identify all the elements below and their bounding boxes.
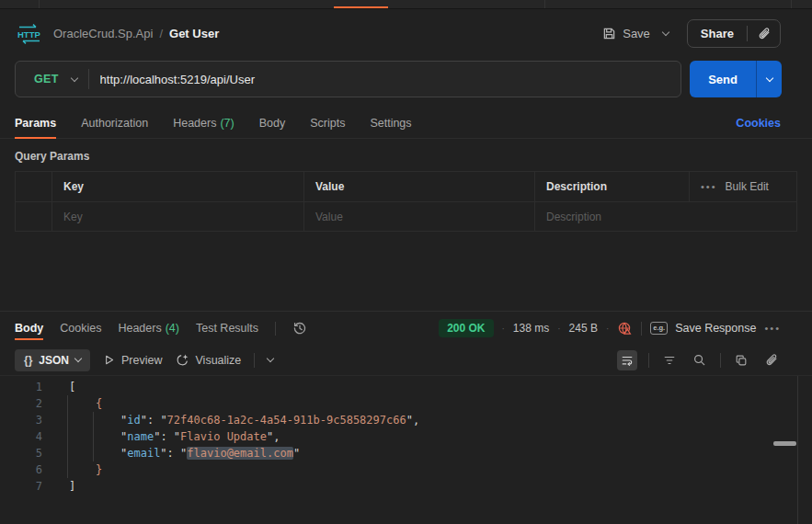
play-icon bbox=[103, 354, 115, 366]
scrollbar-thumb[interactable] bbox=[773, 441, 796, 446]
response-time[interactable]: 138 ms bbox=[513, 322, 549, 335]
code-line: 2 { bbox=[0, 395, 812, 412]
scrollbar-track[interactable] bbox=[797, 376, 798, 524]
breadcrumb-collection[interactable]: OracleCrud.Sp.Api bbox=[53, 27, 153, 40]
status-badge[interactable]: 200 OK bbox=[439, 319, 493, 337]
workspace-tab-strip[interactable] bbox=[0, 0, 812, 9]
response-size[interactable]: 245 B bbox=[569, 322, 598, 335]
save-button[interactable]: Save bbox=[602, 27, 650, 40]
example-icon: e.g. bbox=[650, 322, 668, 335]
send-options-button[interactable] bbox=[757, 61, 782, 97]
brace-token: { bbox=[96, 397, 102, 410]
column-header-value[interactable]: Value bbox=[304, 172, 535, 201]
response-body-viewer: 1 [ 2 { 3 "id": "72f40c68-1a2c-4a54-911b… bbox=[0, 376, 812, 524]
chevron-down-icon bbox=[765, 74, 772, 81]
query-params-table: Key Value Description ••• Bulk Edit bbox=[15, 171, 797, 232]
tab-authorization[interactable]: Authorization bbox=[81, 108, 148, 138]
code-line: 5 "email": "flavio@email.com" bbox=[0, 445, 812, 461]
method-dropdown-button[interactable] bbox=[72, 78, 88, 81]
bulk-edit-label: Bulk Edit bbox=[726, 180, 769, 193]
colon-token: : bbox=[160, 430, 173, 443]
save-options-button[interactable] bbox=[659, 28, 672, 39]
tab-label: Scripts bbox=[310, 117, 345, 130]
save-response-button[interactable]: e.g. Save Response bbox=[650, 322, 756, 335]
cookies-link[interactable]: Cookies bbox=[736, 108, 781, 138]
tab-label: Cookies bbox=[60, 322, 101, 335]
wrap-text-icon bbox=[621, 354, 634, 367]
braces-icon: {} bbox=[24, 354, 32, 367]
divider bbox=[254, 353, 255, 368]
quote-token: " bbox=[141, 414, 147, 427]
param-key-input[interactable] bbox=[63, 211, 292, 223]
search-button[interactable] bbox=[690, 350, 709, 370]
code-line: 1 [ bbox=[0, 379, 812, 395]
response-tab-test-results[interactable]: Test Results bbox=[196, 312, 258, 345]
indent-guide bbox=[93, 412, 94, 461]
tab-body[interactable]: Body bbox=[259, 108, 286, 138]
paperclip-icon bbox=[764, 353, 778, 367]
separator-dot: · bbox=[557, 324, 560, 334]
preview-button[interactable]: Preview bbox=[103, 354, 162, 367]
copy-link-button[interactable] bbox=[757, 27, 771, 40]
response-history-button[interactable] bbox=[292, 321, 307, 336]
response-more-button[interactable]: ••• bbox=[764, 323, 781, 334]
row-checkbox-cell[interactable] bbox=[16, 202, 52, 231]
link-button[interactable] bbox=[761, 350, 781, 370]
column-header-key[interactable]: Key bbox=[52, 172, 304, 201]
query-params-title: Query Params bbox=[15, 150, 797, 163]
response-tab-body[interactable]: Body bbox=[15, 312, 43, 345]
viewer-more-chevron[interactable] bbox=[267, 355, 274, 362]
tab-headers[interactable]: Headers (7) bbox=[173, 108, 234, 138]
panel-spacer bbox=[0, 232, 812, 311]
visualize-sparkle-icon bbox=[176, 353, 189, 367]
tab-params[interactable]: Params bbox=[15, 108, 56, 138]
table-row bbox=[16, 201, 796, 231]
send-button[interactable]: Send bbox=[690, 61, 756, 97]
method-selector[interactable]: GET bbox=[16, 73, 72, 85]
http-request-icon: HTTP bbox=[15, 23, 44, 45]
copy-button[interactable] bbox=[732, 351, 750, 370]
bulk-edit-button[interactable]: ••• Bulk Edit bbox=[701, 180, 785, 193]
tab-label: Test Results bbox=[196, 322, 258, 335]
code-line: 3 "id": "72f40c68-1a2c-4a54-911b-9c58582… bbox=[0, 412, 812, 428]
share-button[interactable]: Share bbox=[697, 27, 738, 40]
filter-button[interactable] bbox=[660, 351, 679, 370]
visualize-button[interactable]: Visualize bbox=[176, 353, 242, 367]
network-warning-icon[interactable] bbox=[617, 321, 633, 336]
preview-label: Preview bbox=[121, 354, 162, 367]
response-tab-headers[interactable]: Headers (4) bbox=[118, 312, 179, 345]
quote-token: " bbox=[406, 414, 413, 427]
wrap-text-button[interactable] bbox=[617, 350, 637, 370]
code-line: 6 } bbox=[0, 461, 812, 478]
postman-app: { "topbar": { "method_icon": "HTTP", "co… bbox=[0, 0, 812, 524]
code-line: 7 ] bbox=[0, 478, 812, 495]
response-tab-cookies[interactable]: Cookies bbox=[60, 312, 101, 345]
share-group: Share bbox=[687, 19, 781, 48]
breadcrumb-request-name[interactable]: Get User bbox=[169, 27, 219, 40]
tab-scripts[interactable]: Scripts bbox=[310, 108, 345, 138]
tab-separator bbox=[791, 0, 792, 8]
headers-count-badge: (7) bbox=[220, 117, 234, 130]
colon-token: : bbox=[167, 447, 180, 460]
url-input[interactable] bbox=[89, 73, 681, 86]
json-string-value-highlighted[interactable]: flavio@email.com bbox=[187, 447, 293, 460]
column-header-description[interactable]: Description bbox=[535, 172, 690, 201]
tab-settings[interactable]: Settings bbox=[370, 108, 411, 138]
ellipsis-icon: ••• bbox=[701, 181, 717, 192]
divider bbox=[747, 26, 748, 41]
chevron-down-icon bbox=[70, 74, 77, 81]
select-all-cell[interactable] bbox=[16, 172, 52, 201]
json-key: name bbox=[127, 430, 154, 443]
viewer-tools bbox=[617, 350, 781, 370]
quote-token: " bbox=[160, 447, 166, 460]
breadcrumb-separator: / bbox=[159, 27, 163, 40]
format-selector[interactable]: {} JSON bbox=[15, 349, 90, 371]
visualize-label: Visualize bbox=[196, 354, 242, 367]
line-number: 4 bbox=[0, 428, 55, 445]
bracket-token: [ bbox=[69, 381, 75, 393]
colon-token: : bbox=[147, 414, 160, 427]
response-panel: Body Cookies Headers (4) Test Results 20… bbox=[0, 311, 812, 524]
param-description-input[interactable] bbox=[546, 211, 679, 223]
headers-count-badge: (4) bbox=[166, 322, 179, 335]
param-value-input[interactable] bbox=[315, 211, 523, 223]
